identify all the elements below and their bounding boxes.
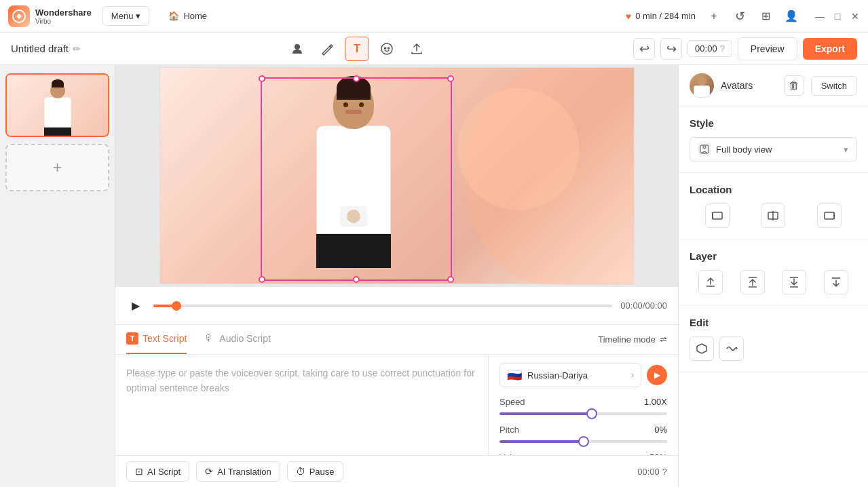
edit-controls <box>690 336 857 361</box>
delete-avatar-button[interactable]: 🗑 <box>784 75 804 96</box>
speed-slider[interactable] <box>499 412 667 415</box>
location-section: Location <box>679 173 868 239</box>
location-right-button[interactable] <box>817 203 842 228</box>
time-help-icon[interactable]: ? <box>720 43 725 54</box>
avatar-figure[interactable] <box>269 81 438 278</box>
upload-tool-button[interactable] <box>404 37 429 61</box>
handle-bottom-right[interactable] <box>447 276 454 283</box>
ai-script-button[interactable]: ⊡ AI Script <box>126 461 189 482</box>
voice-name: Russian-Dariya <box>527 370 631 381</box>
layer-bring-forward-button[interactable] <box>740 270 765 294</box>
chevron-right-icon: › <box>631 370 634 380</box>
ai-translation-button[interactable]: ⟳ AI Translation <box>196 461 280 482</box>
preview-button[interactable]: Preview <box>738 37 797 60</box>
voice-selector[interactable]: 🇷🇺 Russian-Dariya › <box>499 363 641 387</box>
edit-wave-button[interactable] <box>719 336 744 361</box>
brush-tool-button[interactable] <box>315 37 339 61</box>
script-text-input[interactable]: Please type or paste the voiceover scrip… <box>115 355 488 455</box>
speed-thumb[interactable] <box>586 408 597 419</box>
title-bar: Untitled draft ✏ T <box>0 33 868 65</box>
slide-item[interactable]: 1 <box>5 73 109 137</box>
edit-hex-button[interactable] <box>690 336 714 361</box>
voice-panel: 🇷🇺 Russian-Dariya › ▶ Speed 1.00X <box>488 355 678 455</box>
pitch-slider-group: Pitch 0% <box>499 425 667 443</box>
tab-audio-script[interactable]: 🎙 Audio Script <box>203 325 270 354</box>
script-time-display: 00:00 ? <box>637 467 667 477</box>
layer-bring-to-front-button[interactable] <box>698 270 723 294</box>
script-time-help[interactable]: ? <box>662 467 667 477</box>
pause-button[interactable]: ⏱ Pause <box>287 461 343 482</box>
close-button[interactable]: ✕ <box>850 12 860 21</box>
right-panel: Avatars 🗑 Switch Style Full body view ▾ <box>678 65 868 487</box>
avatar-thumbnail <box>690 73 714 98</box>
redo-button[interactable]: ↪ <box>660 38 682 60</box>
script-content: Please type or paste the voiceover scrip… <box>115 355 678 455</box>
svg-point-1 <box>295 44 300 50</box>
style-header: Style <box>690 117 857 129</box>
handle-top-left[interactable] <box>259 75 265 82</box>
credit-display: ♥ 0 min / 284 min <box>626 11 696 22</box>
avatar-pants <box>316 234 391 268</box>
edit-title-icon[interactable]: ✏ <box>73 43 81 54</box>
style-title: Style <box>690 117 714 129</box>
add-slide-button[interactable]: + <box>5 144 109 191</box>
grid-view-icon[interactable]: ⊞ <box>758 9 773 24</box>
export-button[interactable]: Export <box>803 38 857 60</box>
location-left-button[interactable] <box>705 203 730 228</box>
svg-rect-11 <box>825 212 834 219</box>
timeline-mode-icon: ⇌ <box>660 334 667 345</box>
layer-header: Layer <box>690 250 857 262</box>
pitch-thumb[interactable] <box>578 436 589 447</box>
svg-point-6 <box>703 146 706 149</box>
minimize-button[interactable]: — <box>815 12 825 21</box>
product-name: Virbo <box>35 18 92 25</box>
avatar-hair <box>337 76 371 100</box>
layer-send-backward-button[interactable] <box>782 270 806 294</box>
app-logo-icon <box>8 5 30 27</box>
ai-translation-icon: ⟳ <box>205 466 213 477</box>
heart-icon: ♥ <box>626 11 631 22</box>
handle-top-right[interactable] <box>447 75 454 82</box>
toolbar-center: T <box>81 37 633 61</box>
menu-button[interactable]: Menu ▾ <box>102 6 150 26</box>
handle-bottom-left[interactable] <box>259 276 265 283</box>
layer-send-to-back-button[interactable] <box>824 270 848 294</box>
timeline-mode-button[interactable]: Timeline mode ⇌ <box>598 334 667 345</box>
avatar-body <box>316 125 391 234</box>
text-tool-button[interactable]: T <box>345 37 369 61</box>
style-dropdown[interactable]: Full body view ▾ <box>690 137 857 161</box>
avatar-tool-button[interactable] <box>285 37 309 61</box>
full-body-icon <box>698 143 711 155</box>
slide-thumbnail <box>7 75 108 136</box>
svg-rect-7 <box>713 212 722 219</box>
style-section: Style Full body view ▾ <box>679 106 868 173</box>
svg-rect-5 <box>700 145 709 153</box>
svg-point-2 <box>381 43 392 54</box>
history-icon[interactable]: ↺ <box>732 9 747 24</box>
pitch-value: 0% <box>654 425 667 435</box>
progress-thumb[interactable] <box>172 301 181 311</box>
top-bar-icons: + ↺ ⊞ 👤 <box>706 9 799 24</box>
user-icon[interactable]: 👤 <box>784 9 799 24</box>
emoji-tool-button[interactable] <box>375 37 399 61</box>
home-button[interactable]: 🏠 Home <box>160 7 215 25</box>
ai-script-icon: ⊡ <box>135 466 143 477</box>
top-bar: Wondershare Virbo Menu ▾ 🏠 Home ♥ 0 min … <box>0 0 868 33</box>
svg-point-3 <box>385 47 386 49</box>
switch-button[interactable]: Switch <box>811 76 857 96</box>
tab-text-script[interactable]: T Text Script <box>126 325 187 354</box>
pitch-slider[interactable] <box>499 440 667 443</box>
style-dropdown-arrow: ▾ <box>844 144 848 155</box>
time-counter: 00:00/00:00 <box>620 300 667 311</box>
location-grid <box>690 203 857 228</box>
play-button[interactable]: ▶ <box>126 296 145 315</box>
canvas-preview <box>115 65 678 286</box>
main-content: 1 + <box>0 65 868 487</box>
add-icon[interactable]: + <box>706 9 721 24</box>
undo-button[interactable]: ↩ <box>633 38 655 60</box>
maximize-button[interactable]: □ <box>833 12 842 21</box>
text-script-icon: T <box>126 332 138 345</box>
play-voice-button[interactable]: ▶ <box>647 365 667 385</box>
location-center-button[interactable] <box>761 203 785 228</box>
progress-bar[interactable] <box>153 305 612 307</box>
